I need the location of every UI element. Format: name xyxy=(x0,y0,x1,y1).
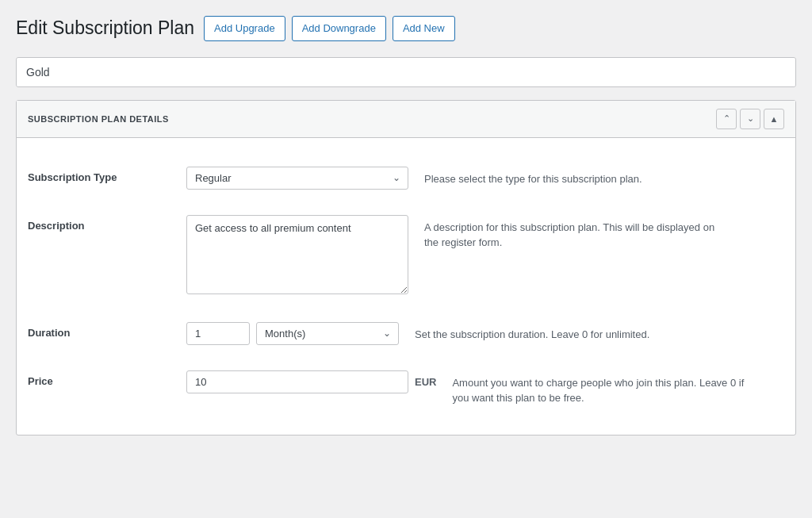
scroll-down-button[interactable]: ⌄ xyxy=(740,109,760,129)
subscription-type-hint: Please select the type for this subscrip… xyxy=(424,167,642,187)
duration-row: Duration Day(s) Week(s) Month(s) Year(s)… xyxy=(28,309,784,358)
description-row: Description Get access to all premium co… xyxy=(28,202,784,309)
description-textarea[interactable]: Get access to all premium content xyxy=(186,215,408,294)
price-input[interactable] xyxy=(186,370,408,393)
subscription-type-select[interactable]: Regular Lifetime Free xyxy=(186,167,408,190)
duration-number-input[interactable] xyxy=(186,322,250,345)
details-header-controls: ⌃ ⌄ ▲ xyxy=(716,109,784,129)
subscription-type-control: Regular Lifetime Free ⌄ xyxy=(186,167,408,190)
description-control: Get access to all premium content xyxy=(186,215,408,297)
details-panel: SUBSCRIPTION PLAN DETAILS ⌃ ⌄ ▲ Subscrip… xyxy=(16,100,796,436)
plan-name-input[interactable] xyxy=(17,58,795,86)
down-arrow-icon: ⌄ xyxy=(747,113,754,124)
up-arrow-icon: ⌃ xyxy=(723,113,730,124)
duration-unit-select-wrapper: Day(s) Week(s) Month(s) Year(s) ⌄ xyxy=(256,322,399,345)
plan-name-container xyxy=(16,57,796,87)
currency-label: EUR xyxy=(415,376,436,388)
header-buttons: Add Upgrade Add Downgrade Add New xyxy=(204,16,455,41)
price-label: Price xyxy=(28,370,170,387)
duration-control: Day(s) Week(s) Month(s) Year(s) ⌄ xyxy=(186,322,399,345)
page-title: Edit Subscription Plan xyxy=(16,17,194,40)
details-panel-title: SUBSCRIPTION PLAN DETAILS xyxy=(28,114,169,124)
details-body: Subscription Type Regular Lifetime Free … xyxy=(17,138,795,435)
page-header: Edit Subscription Plan Add Upgrade Add D… xyxy=(16,16,796,41)
description-hint: A description for this subscription plan… xyxy=(424,215,726,251)
add-new-button[interactable]: Add New xyxy=(393,16,455,41)
description-label: Description xyxy=(28,215,170,232)
duration-label: Duration xyxy=(28,322,170,339)
price-hint: Amount you want to charge people who joi… xyxy=(452,370,753,406)
price-row: Price EUR Amount you want to charge peop… xyxy=(28,358,784,419)
price-control: EUR xyxy=(186,370,436,393)
collapse-icon: ▲ xyxy=(770,114,779,124)
collapse-button[interactable]: ▲ xyxy=(764,109,784,129)
subscription-type-row: Subscription Type Regular Lifetime Free … xyxy=(28,154,784,202)
add-downgrade-button[interactable]: Add Downgrade xyxy=(292,16,386,41)
scroll-up-button[interactable]: ⌃ xyxy=(716,109,737,129)
subscription-type-label: Subscription Type xyxy=(28,167,170,183)
subscription-type-select-wrapper: Regular Lifetime Free ⌄ xyxy=(186,167,408,190)
duration-controls-group: Day(s) Week(s) Month(s) Year(s) ⌄ xyxy=(186,322,399,345)
details-panel-header: SUBSCRIPTION PLAN DETAILS ⌃ ⌄ ▲ xyxy=(17,101,795,138)
duration-hint: Set the subscription duration. Leave 0 f… xyxy=(415,322,649,343)
duration-unit-select[interactable]: Day(s) Week(s) Month(s) Year(s) xyxy=(256,322,399,345)
price-input-group: EUR xyxy=(186,370,436,393)
add-upgrade-button[interactable]: Add Upgrade xyxy=(204,16,285,41)
